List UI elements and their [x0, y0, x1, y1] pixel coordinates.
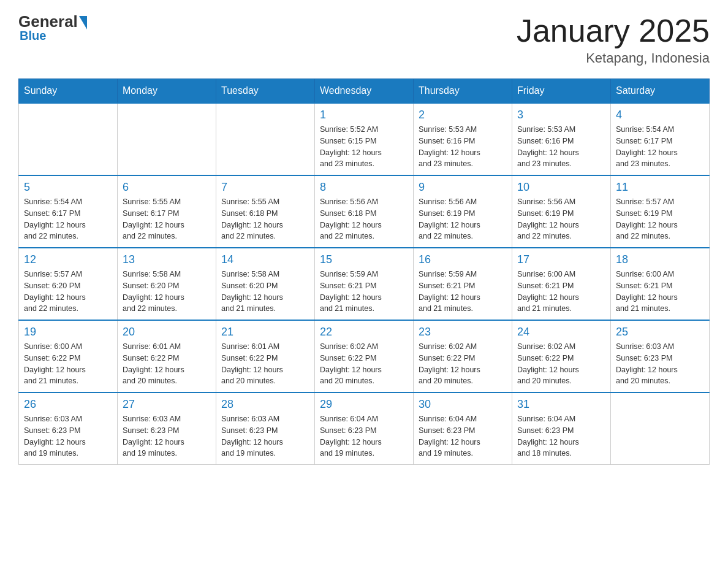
- day-number: 19: [24, 326, 112, 339]
- calendar-cell: 19Sunrise: 6:00 AMSunset: 6:22 PMDayligh…: [19, 320, 118, 393]
- week-row-1: 1Sunrise: 5:52 AMSunset: 6:15 PMDaylight…: [19, 103, 710, 175]
- day-info: Sunrise: 5:59 AMSunset: 6:21 PMDaylight:…: [419, 269, 507, 315]
- week-row-2: 5Sunrise: 5:54 AMSunset: 6:17 PMDaylight…: [19, 175, 710, 248]
- calendar-cell: 21Sunrise: 6:01 AMSunset: 6:22 PMDayligh…: [216, 320, 315, 393]
- day-number: 18: [616, 253, 704, 266]
- day-info: Sunrise: 6:04 AMSunset: 6:23 PMDaylight:…: [517, 413, 605, 459]
- day-info: Sunrise: 5:58 AMSunset: 6:20 PMDaylight:…: [123, 269, 211, 315]
- weekday-header-saturday: Saturday: [611, 79, 710, 104]
- day-info: Sunrise: 5:56 AMSunset: 6:19 PMDaylight:…: [419, 196, 507, 242]
- calendar-cell: 15Sunrise: 5:59 AMSunset: 6:21 PMDayligh…: [315, 248, 414, 320]
- calendar-cell: 8Sunrise: 5:56 AMSunset: 6:18 PMDaylight…: [315, 175, 414, 248]
- calendar-cell: 2Sunrise: 5:53 AMSunset: 6:16 PMDaylight…: [414, 103, 512, 175]
- day-number: 17: [517, 253, 605, 266]
- calendar-cell: 31Sunrise: 6:04 AMSunset: 6:23 PMDayligh…: [512, 393, 611, 465]
- day-info: Sunrise: 5:55 AMSunset: 6:18 PMDaylight:…: [221, 196, 309, 242]
- day-number: 16: [419, 253, 507, 266]
- logo-arrow-icon: [79, 16, 87, 29]
- calendar-cell: 6Sunrise: 5:55 AMSunset: 6:17 PMDaylight…: [118, 175, 216, 248]
- calendar-cell: 29Sunrise: 6:04 AMSunset: 6:23 PMDayligh…: [315, 393, 414, 465]
- calendar-cell: 7Sunrise: 5:55 AMSunset: 6:18 PMDaylight…: [216, 175, 315, 248]
- day-number: 5: [24, 181, 112, 194]
- logo-blue-text: Blue: [20, 29, 46, 43]
- day-number: 14: [221, 253, 309, 266]
- day-number: 9: [419, 181, 507, 194]
- day-info: Sunrise: 6:01 AMSunset: 6:22 PMDaylight:…: [123, 341, 211, 387]
- weekday-header-friday: Friday: [512, 79, 611, 104]
- day-number: 11: [616, 181, 704, 194]
- calendar-cell: 10Sunrise: 5:56 AMSunset: 6:19 PMDayligh…: [512, 175, 611, 248]
- calendar-cell: 27Sunrise: 6:03 AMSunset: 6:23 PMDayligh…: [118, 393, 216, 465]
- day-number: 22: [320, 326, 408, 339]
- week-row-5: 26Sunrise: 6:03 AMSunset: 6:23 PMDayligh…: [19, 393, 710, 465]
- day-info: Sunrise: 6:03 AMSunset: 6:23 PMDaylight:…: [123, 413, 211, 459]
- month-title: January 2025: [517, 12, 710, 49]
- day-info: Sunrise: 5:54 AMSunset: 6:17 PMDaylight:…: [616, 124, 704, 170]
- day-info: Sunrise: 5:52 AMSunset: 6:15 PMDaylight:…: [320, 124, 408, 170]
- week-row-4: 19Sunrise: 6:00 AMSunset: 6:22 PMDayligh…: [19, 320, 710, 393]
- day-info: Sunrise: 5:58 AMSunset: 6:20 PMDaylight:…: [221, 269, 309, 315]
- day-info: Sunrise: 6:03 AMSunset: 6:23 PMDaylight:…: [221, 413, 309, 459]
- title-area: January 2025 Ketapang, Indonesia: [517, 12, 710, 66]
- calendar-cell: 11Sunrise: 5:57 AMSunset: 6:19 PMDayligh…: [611, 175, 710, 248]
- calendar-cell: 5Sunrise: 5:54 AMSunset: 6:17 PMDaylight…: [19, 175, 118, 248]
- day-info: Sunrise: 6:01 AMSunset: 6:22 PMDaylight:…: [221, 341, 309, 387]
- weekday-header-thursday: Thursday: [414, 79, 512, 104]
- day-info: Sunrise: 5:55 AMSunset: 6:17 PMDaylight:…: [123, 196, 211, 242]
- weekday-header-wednesday: Wednesday: [315, 79, 414, 104]
- day-number: 31: [517, 398, 605, 411]
- day-info: Sunrise: 5:53 AMSunset: 6:16 PMDaylight:…: [419, 124, 507, 170]
- day-info: Sunrise: 6:00 AMSunset: 6:22 PMDaylight:…: [24, 341, 112, 387]
- day-info: Sunrise: 6:00 AMSunset: 6:21 PMDaylight:…: [517, 269, 605, 315]
- day-info: Sunrise: 5:57 AMSunset: 6:20 PMDaylight:…: [24, 269, 112, 315]
- day-number: 29: [320, 398, 408, 411]
- day-info: Sunrise: 5:56 AMSunset: 6:19 PMDaylight:…: [517, 196, 605, 242]
- calendar-cell: 3Sunrise: 5:53 AMSunset: 6:16 PMDaylight…: [512, 103, 611, 175]
- day-number: 2: [419, 109, 507, 121]
- day-number: 6: [123, 181, 211, 194]
- day-number: 26: [24, 398, 112, 411]
- day-info: Sunrise: 5:56 AMSunset: 6:18 PMDaylight:…: [320, 196, 408, 242]
- day-number: 28: [221, 398, 309, 411]
- day-info: Sunrise: 6:02 AMSunset: 6:22 PMDaylight:…: [419, 341, 507, 387]
- day-info: Sunrise: 6:04 AMSunset: 6:23 PMDaylight:…: [320, 413, 408, 459]
- calendar-cell: 23Sunrise: 6:02 AMSunset: 6:22 PMDayligh…: [414, 320, 512, 393]
- day-number: 1: [320, 109, 408, 121]
- calendar-cell: 16Sunrise: 5:59 AMSunset: 6:21 PMDayligh…: [414, 248, 512, 320]
- calendar-cell: 4Sunrise: 5:54 AMSunset: 6:17 PMDaylight…: [611, 103, 710, 175]
- calendar-cell: 28Sunrise: 6:03 AMSunset: 6:23 PMDayligh…: [216, 393, 315, 465]
- calendar-table: SundayMondayTuesdayWednesdayThursdayFrid…: [18, 79, 710, 465]
- day-info: Sunrise: 6:03 AMSunset: 6:23 PMDaylight:…: [24, 413, 112, 459]
- day-info: Sunrise: 6:02 AMSunset: 6:22 PMDaylight:…: [517, 341, 605, 387]
- day-number: 3: [517, 109, 605, 121]
- calendar-cell: 20Sunrise: 6:01 AMSunset: 6:22 PMDayligh…: [118, 320, 216, 393]
- calendar-header-row: SundayMondayTuesdayWednesdayThursdayFrid…: [19, 79, 710, 104]
- location: Ketapang, Indonesia: [517, 50, 710, 66]
- day-number: 25: [616, 326, 704, 339]
- calendar-cell: 22Sunrise: 6:02 AMSunset: 6:22 PMDayligh…: [315, 320, 414, 393]
- logo: General Blue: [18, 12, 87, 43]
- day-info: Sunrise: 6:03 AMSunset: 6:23 PMDaylight:…: [616, 341, 704, 387]
- calendar-cell: 18Sunrise: 6:00 AMSunset: 6:21 PMDayligh…: [611, 248, 710, 320]
- calendar-cell: [216, 103, 315, 175]
- week-row-3: 12Sunrise: 5:57 AMSunset: 6:20 PMDayligh…: [19, 248, 710, 320]
- day-number: 21: [221, 326, 309, 339]
- day-number: 24: [517, 326, 605, 339]
- day-number: 30: [419, 398, 507, 411]
- day-number: 10: [517, 181, 605, 194]
- weekday-header-tuesday: Tuesday: [216, 79, 315, 104]
- day-number: 13: [123, 253, 211, 266]
- calendar-cell: [118, 103, 216, 175]
- day-number: 12: [24, 253, 112, 266]
- calendar-cell: 13Sunrise: 5:58 AMSunset: 6:20 PMDayligh…: [118, 248, 216, 320]
- calendar-cell: 25Sunrise: 6:03 AMSunset: 6:23 PMDayligh…: [611, 320, 710, 393]
- day-info: Sunrise: 6:04 AMSunset: 6:23 PMDaylight:…: [419, 413, 507, 459]
- day-number: 20: [123, 326, 211, 339]
- calendar-cell: 1Sunrise: 5:52 AMSunset: 6:15 PMDaylight…: [315, 103, 414, 175]
- calendar-cell: 12Sunrise: 5:57 AMSunset: 6:20 PMDayligh…: [19, 248, 118, 320]
- weekday-header-monday: Monday: [118, 79, 216, 104]
- page-header: General Blue January 2025 Ketapang, Indo…: [18, 12, 710, 66]
- day-info: Sunrise: 5:54 AMSunset: 6:17 PMDaylight:…: [24, 196, 112, 242]
- calendar-cell: [611, 393, 710, 465]
- calendar-cell: 30Sunrise: 6:04 AMSunset: 6:23 PMDayligh…: [414, 393, 512, 465]
